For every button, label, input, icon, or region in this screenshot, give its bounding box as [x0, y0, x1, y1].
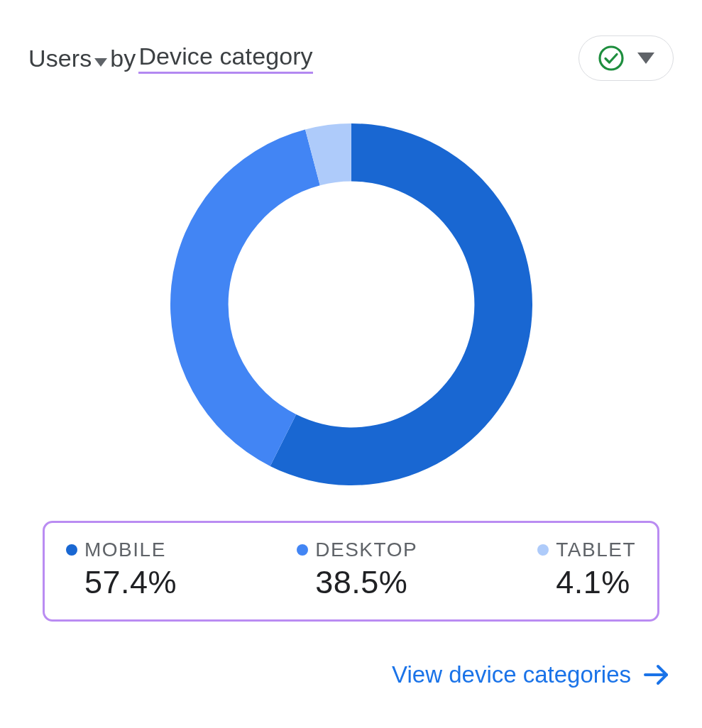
caret-down-icon	[94, 45, 107, 72]
legend-item: TABLET4.1%	[537, 539, 636, 601]
check-circle-icon	[598, 45, 625, 72]
legend-value: 57.4%	[84, 564, 177, 601]
status-dropdown[interactable]	[578, 35, 674, 81]
donut-chart	[28, 123, 674, 485]
legend-dot-icon	[297, 544, 308, 556]
metric-dropdown[interactable]: Users	[28, 45, 107, 72]
legend-label: DESKTOP	[315, 539, 417, 561]
footer-link-label: View device categories	[392, 661, 631, 688]
legend-item: MOBILE57.4%	[66, 539, 177, 601]
legend-value: 4.1%	[556, 564, 636, 601]
legend-value: 38.5%	[315, 564, 417, 601]
view-device-categories-link[interactable]: View device categories	[28, 661, 671, 689]
legend-item: DESKTOP38.5%	[297, 539, 417, 601]
card-title: Users by Device category	[28, 43, 313, 74]
metric-label: Users	[28, 45, 92, 72]
by-text: by	[110, 45, 136, 72]
legend-label: TABLET	[556, 539, 636, 561]
legend-box: MOBILE57.4%DESKTOP38.5%TABLET4.1%	[43, 521, 659, 622]
arrow-right-icon	[642, 661, 671, 689]
legend-dot-icon	[537, 544, 549, 556]
legend-dot-icon	[66, 544, 77, 556]
legend-label: MOBILE	[84, 539, 166, 561]
dimension-label: Device category	[138, 43, 312, 74]
chevron-down-icon	[637, 53, 654, 64]
svg-point-0	[600, 47, 623, 70]
